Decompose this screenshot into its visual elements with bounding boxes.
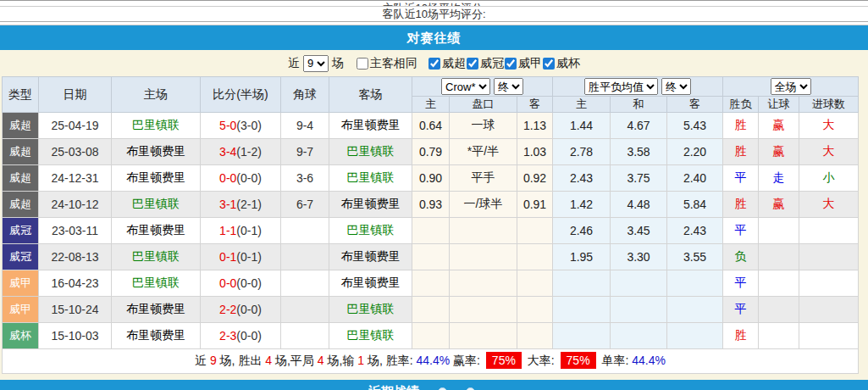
avg-draw: 3.45 [611, 218, 667, 244]
col-header-goals: 进球数 [799, 97, 859, 113]
league-type-badge: 威冠 [3, 218, 39, 244]
same-venue-checkbox[interactable] [357, 58, 368, 70]
home-team: 布里顿费里 [112, 297, 201, 323]
league-type-badge: 威甲 [3, 270, 39, 297]
match-row: 威超25-03-08布里顿费里3-4(1-2)9-7巴里镇联0.79*平/半1.… [3, 139, 859, 165]
col-header-type: 类型 [3, 77, 39, 113]
match-date: 23-03-11 [39, 218, 112, 244]
away-team: 布里顿费里 [329, 192, 412, 218]
let-ball-cell: 赢 [759, 192, 799, 218]
result-cell: 胜 [723, 113, 759, 139]
match-score: 0-0(0-0) [201, 270, 281, 297]
avg-draw: 4.67 [611, 113, 667, 139]
league-filter-0[interactable]: 威超 [428, 56, 466, 71]
same-venue-option[interactable]: 主客相同 [356, 56, 417, 71]
league-checkbox-3[interactable] [543, 58, 555, 70]
away-team: 布里顿费里 [329, 244, 412, 270]
avg-home [553, 323, 611, 349]
match-date: 25-03-08 [39, 139, 112, 165]
summary-text: 9 [210, 354, 217, 367]
result-cell: 胜 [723, 139, 759, 165]
avg-away: 2.20 [667, 139, 723, 165]
avg-away [667, 323, 723, 349]
match-date: 24-12-31 [39, 165, 112, 192]
odds-home [412, 218, 450, 244]
odds-final-select[interactable]: 终 [494, 78, 523, 95]
result-cell: 平 [723, 270, 759, 297]
league-filter-2[interactable]: 威甲 [504, 56, 542, 71]
summary-text: 近 [195, 354, 210, 367]
let-ball-cell: 赢 [759, 139, 799, 165]
corner-score: 9-4 [281, 113, 329, 139]
home-team: 布里顿费里 [112, 323, 201, 349]
rate-badge: 75% [561, 352, 596, 369]
let-ball-cell: 赢 [759, 113, 799, 139]
handicap-line: 平手 [450, 165, 517, 192]
match-date: 24-10-12 [39, 192, 112, 218]
corner-score: 6-7 [281, 192, 329, 218]
league-type-badge: 威甲 [3, 297, 39, 323]
odds-source-select[interactable]: Crow* [441, 78, 490, 95]
home-team: 巴里镇联 [112, 192, 201, 218]
corner-score: 3-6 [281, 165, 329, 192]
let-ball-cell [759, 218, 799, 244]
avg-home: 1.44 [553, 113, 611, 139]
avg-home: 1.95 [553, 244, 611, 270]
match-row: 威甲16-04-23巴里镇联0-0(0-0)布里顿费里平 [3, 270, 859, 297]
scope-select[interactable]: 全场 [771, 78, 811, 95]
odds-away: 1.03 [517, 139, 553, 165]
let-ball-cell [759, 270, 799, 297]
avg-final-select[interactable]: 终 [661, 78, 691, 95]
home-team: 布里顿费里 [112, 165, 201, 192]
games-label: 场 [332, 56, 344, 71]
let-ball-cell [759, 244, 799, 270]
result-cell: 平 [723, 297, 759, 323]
goals-cell [799, 270, 859, 297]
col-header-odds-away: 客 [517, 97, 553, 113]
odds-home [412, 323, 450, 349]
league-filter-3[interactable]: 威杯 [542, 56, 580, 71]
league-checkbox-0[interactable] [428, 58, 440, 70]
match-count-select[interactable]: 9 [303, 55, 329, 72]
corner-score [281, 297, 329, 323]
match-row: 威甲15-10-24布里顿费里2-2(0-0)巴里镇联平 [3, 297, 859, 323]
league-label-2: 威甲 [518, 56, 542, 71]
league-checkbox-1[interactable] [467, 58, 478, 70]
avg-home [553, 297, 611, 323]
summary-text: 场, 胜率: [364, 354, 416, 367]
goals-cell [799, 323, 859, 349]
head-to-head-section: 近 9 场 主客相同 威超 威冠 威甲 威杯 [0, 50, 868, 380]
avg-away: 5.84 [667, 192, 723, 218]
avg-away [667, 270, 723, 297]
summary-text: 赢率: [450, 354, 484, 367]
result-cell: 平 [723, 218, 759, 244]
league-checkbox-2[interactable] [505, 58, 517, 70]
match-row: 威冠23-03-11布里顿费里1-1(0-1)巴里镇联2.463.452.43平 [3, 218, 859, 244]
avg-away: 5.43 [667, 113, 723, 139]
col-header-home: 主场 [112, 77, 201, 113]
rate-badge: 75% [486, 352, 522, 369]
result-cell: 胜 [723, 323, 759, 349]
match-date: 15-10-03 [39, 323, 112, 349]
odds-home [412, 244, 450, 270]
summary-text: 1 [357, 354, 364, 367]
avg-home: 2.46 [553, 218, 611, 244]
goals-cell: 小 [799, 165, 859, 192]
col-header-date: 日期 [39, 77, 112, 113]
home-team: 巴里镇联 [112, 113, 201, 139]
league-type-badge: 威超 [3, 139, 39, 165]
league-type-badge: 威超 [3, 192, 39, 218]
home-team: 布里顿费里 [112, 218, 201, 244]
summary-cell: 近 9 场, 胜出 4 场,平局 4 场,输 1 场, 胜率: 44.4% 赢率… [3, 349, 859, 374]
corner-score [281, 218, 329, 244]
avg-source-select[interactable]: 胜平负均值 [584, 78, 658, 95]
league-filter-1[interactable]: 威冠 [466, 56, 504, 71]
divider [0, 374, 868, 380]
handicap-line [450, 244, 517, 270]
summary-text: 场, 胜出 [217, 354, 266, 367]
section-title: 对赛往绩 [407, 31, 462, 45]
home-team: 巴里镇联 [112, 270, 201, 297]
away-team: 布里顿费里 [329, 113, 412, 139]
odds-home [412, 297, 450, 323]
summary-text: 场,平局 [272, 354, 318, 367]
